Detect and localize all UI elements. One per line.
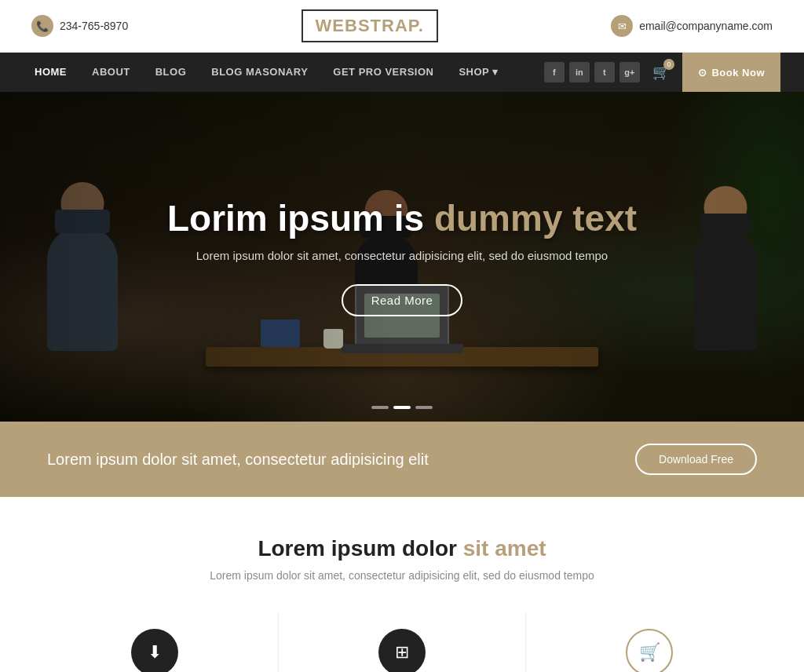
logo-part2: STRAP. — [358, 16, 424, 35]
email-contact: ✉ email@companyname.com — [611, 15, 773, 37]
nav-about[interactable]: ABOUT — [81, 53, 141, 92]
nav-shop[interactable]: SHOP ▾ — [448, 53, 509, 92]
hero-section: Lorim ipsum is dummy text Lorem ipsum do… — [0, 92, 804, 422]
book-now-button[interactable]: ⊙ Book Now — [682, 53, 780, 92]
logo[interactable]: WEBSTRAP. — [302, 9, 438, 42]
nav-links: HOME ABOUT BLOG BLOG MASONARY GET PRO VE… — [24, 53, 544, 92]
grid-icon: ⊞ — [378, 629, 426, 672]
nav-get-pro[interactable]: GET PRO VERSION — [322, 53, 444, 92]
hero-title-prefix: Lorim ipsum is — [167, 198, 424, 239]
facebook-icon[interactable]: f — [544, 62, 565, 82]
icon-card-2: ⊞ — [279, 613, 526, 672]
shop-chevron: ▾ — [492, 53, 499, 92]
nav-home[interactable]: HOME — [24, 53, 78, 92]
logo-part1: WEB — [316, 16, 358, 35]
hero-title: Lorim ipsum is dummy text — [127, 197, 677, 239]
section-title-prefix: Lorem ipsum dolor — [258, 536, 457, 561]
download-free-button[interactable]: Download Free — [635, 444, 757, 475]
hero-dots — [371, 406, 433, 409]
download-icon: ⬇ — [131, 629, 178, 672]
cart-icon[interactable]: 🛒 0 — [652, 64, 670, 81]
nav-blog[interactable]: BLOG — [144, 53, 198, 92]
read-more-button[interactable]: Read More — [342, 284, 463, 316]
features-section: Lorem ipsum dolor sit amet Lorem ipsum d… — [0, 497, 804, 672]
phone-number: 234-765-8970 — [60, 20, 128, 32]
googleplus-icon[interactable]: g+ — [619, 62, 640, 82]
dot-3[interactable] — [415, 406, 433, 409]
promo-text: Lorem ipsum dolor sit amet, consectetur … — [47, 451, 429, 469]
book-icon: ⊙ — [698, 67, 707, 79]
icon-card-1: ⬇ — [31, 613, 279, 672]
icon-cards: ⬇ ⊞ 🛒 — [31, 613, 773, 672]
linkedin-icon[interactable]: in — [569, 62, 590, 82]
hero-title-accent: dummy text — [434, 198, 637, 239]
navbar: HOME ABOUT BLOG BLOG MASONARY GET PRO VE… — [0, 53, 804, 92]
email-address: email@companyname.com — [639, 20, 773, 32]
book-now-label: Book Now — [711, 67, 765, 79]
icon-card-3: 🛒 — [526, 613, 773, 672]
top-bar: 📞 234-765-8970 WEBSTRAP. ✉ email@company… — [0, 0, 804, 53]
section-title: Lorem ipsum dolor sit amet — [31, 536, 773, 561]
dot-1[interactable] — [371, 406, 389, 409]
nav-blog-masonary[interactable]: BLOG MASONARY — [200, 53, 319, 92]
hero-subtitle: Lorem ipsum dolor sit amet, consectetur … — [127, 249, 677, 262]
promo-band: Lorem ipsum dolor sit amet, consectetur … — [0, 422, 804, 497]
phone-icon: 📞 — [31, 15, 53, 37]
social-icons: f in t g+ — [544, 62, 640, 82]
phone-contact: 📞 234-765-8970 — [31, 15, 128, 37]
email-icon: ✉ — [611, 15, 633, 37]
hero-content: Lorim ipsum is dummy text Lorem ipsum do… — [127, 197, 677, 316]
section-subtitle: Lorem ipsum dolor sit amet, consectetur … — [31, 569, 773, 582]
dot-2[interactable] — [393, 406, 411, 409]
cart-badge: 0 — [663, 59, 674, 70]
twitter-icon[interactable]: t — [594, 62, 615, 82]
section-title-accent: sit amet — [463, 536, 546, 561]
cart-circle-icon: 🛒 — [626, 629, 673, 672]
